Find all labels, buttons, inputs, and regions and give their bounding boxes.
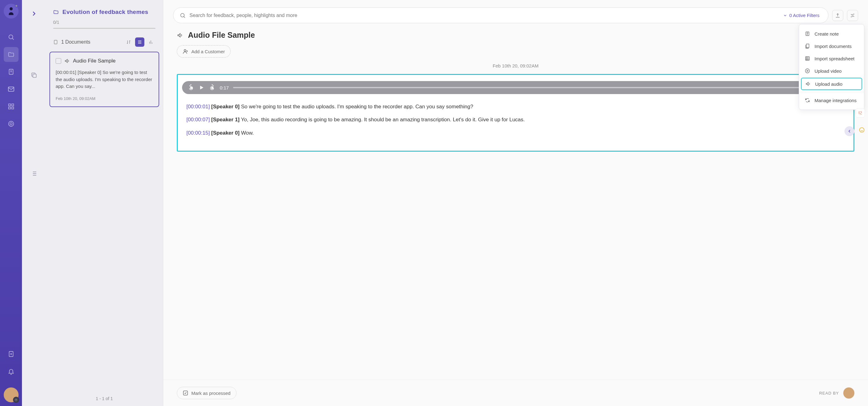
documents-icon	[53, 39, 58, 45]
svg-point-25	[860, 128, 864, 133]
doc-card-preview: [00:00:01] [Speaker 0] So we're going to…	[56, 69, 153, 90]
svg-point-0	[9, 35, 13, 39]
nav-inbox[interactable]	[4, 82, 19, 96]
doc-checkbox[interactable]	[56, 58, 61, 64]
document-sidebar: Evolution of feedback themes 0/1 1 Docum…	[46, 0, 163, 406]
folder-icon	[53, 9, 59, 15]
nav-apps[interactable]	[4, 99, 19, 114]
menu-item-docs[interactable]: Import documents	[799, 40, 864, 52]
sort-button[interactable]	[124, 37, 133, 47]
document-title: Audio File Sample	[188, 31, 255, 39]
list-icon[interactable]	[31, 170, 37, 177]
pagination-label: 1 - 1 of 1	[46, 391, 163, 406]
transcript-line[interactable]: [00:00:15] [Speaker 0] Wow.	[186, 129, 845, 137]
folder-progress	[53, 28, 155, 29]
play-button[interactable]	[199, 85, 204, 90]
nav-add-doc[interactable]	[4, 347, 19, 361]
documents-count-label: 1 Documents	[61, 39, 90, 45]
speaker-label: [Speaker 1]	[211, 117, 240, 122]
copy-icon[interactable]	[31, 72, 37, 79]
nav-document[interactable]	[4, 64, 19, 79]
transcript-text: Yo, Joe, this audio recording is going t…	[241, 117, 525, 122]
svg-point-10	[16, 400, 17, 400]
svg-rect-12	[54, 40, 57, 44]
nav-target[interactable]	[4, 116, 19, 131]
adjust-icon[interactable]	[856, 108, 865, 118]
sheet-icon	[805, 56, 810, 61]
reader-avatar[interactable]	[843, 387, 855, 399]
transcript-line[interactable]: [00:00:01] [Speaker 0] So we're going to…	[186, 103, 845, 111]
transcript-box: 15 15 0:17 -0:00 [	[177, 74, 855, 152]
speaker-label: [Speaker 0]	[211, 130, 240, 136]
sync-icon	[805, 97, 810, 103]
svg-rect-11	[33, 74, 36, 77]
search-input[interactable]	[189, 13, 777, 18]
menu-item-note[interactable]: Create note	[799, 28, 864, 40]
timestamp[interactable]: [00:00:01]	[186, 104, 210, 110]
left-nav-rail	[0, 0, 22, 406]
presence-dot	[15, 4, 18, 7]
read-by-label: READ BY	[819, 391, 839, 396]
svg-rect-6	[11, 107, 13, 109]
svg-point-13	[181, 13, 184, 17]
main-panel: 0 Active Filters Audio File Sample Ec Ad…	[163, 0, 868, 406]
svg-point-8	[10, 122, 12, 125]
expand-sidebar-icon[interactable]	[30, 10, 38, 17]
doc-card-date: Feb 10th 20, 09:02AM	[56, 96, 153, 101]
transcript-line[interactable]: [00:00:07] [Speaker 1] Yo, Joe, this aud…	[186, 116, 845, 124]
folder-count: 0/1	[53, 20, 155, 25]
menu-item-sheet[interactable]: Import spreadsheet	[799, 52, 864, 65]
menu-item-audio[interactable]: Upload audio	[801, 78, 862, 90]
add-customer-button[interactable]: Add a Customer	[177, 45, 230, 58]
user-avatar[interactable]	[4, 387, 19, 402]
svg-point-17	[184, 50, 186, 51]
upload-menu: Create noteImport documentsImport spread…	[799, 24, 864, 110]
seek-track[interactable]	[233, 87, 808, 88]
svg-rect-4	[11, 104, 13, 106]
timestamp[interactable]: [00:00:15]	[186, 130, 210, 136]
emoji-button[interactable]	[859, 127, 865, 133]
active-filters-pill[interactable]: 0 Active Filters	[780, 11, 822, 19]
doc-card-title: Audio File Sample	[73, 58, 116, 64]
video-icon	[805, 68, 810, 74]
audio-icon	[177, 32, 183, 38]
folder-title[interactable]: Evolution of feedback themes	[62, 9, 148, 16]
svg-rect-5	[8, 107, 10, 109]
note-icon	[805, 31, 810, 36]
menu-item-sync[interactable]: Manage integrations	[799, 94, 864, 107]
expand-column	[22, 0, 46, 406]
nav-search[interactable]	[4, 30, 19, 45]
transcript-text: So we're going to test the audio uploads…	[241, 104, 473, 110]
svg-text:15: 15	[211, 87, 214, 89]
document-card[interactable]: Audio File Sample [00:00:01] [Speaker 0]…	[50, 52, 159, 107]
svg-text:15: 15	[190, 87, 193, 89]
rewind-15-button[interactable]: 15	[188, 84, 194, 91]
docs-icon	[805, 43, 810, 49]
audio-player: 15 15 0:17 -0:00	[182, 81, 849, 94]
timestamp[interactable]: [00:00:07]	[186, 117, 210, 122]
chart-view-button[interactable]	[146, 37, 155, 47]
back-button[interactable]	[844, 126, 855, 136]
transcript-body: [00:00:01] [Speaker 0] So we're going to…	[178, 103, 854, 151]
mark-processed-button[interactable]: Mark as processed	[177, 387, 237, 399]
check-icon	[183, 390, 188, 396]
nav-notifications[interactable]	[4, 364, 19, 379]
app-logo[interactable]	[4, 4, 19, 19]
search-icon	[180, 12, 186, 19]
upload-button[interactable]	[832, 10, 843, 21]
forward-15-button[interactable]: 15	[209, 84, 215, 91]
menu-item-video[interactable]: Upload video	[799, 65, 864, 77]
svg-rect-23	[806, 57, 809, 60]
svg-rect-22	[806, 44, 809, 48]
audio-icon	[64, 58, 70, 64]
chevron-down-icon	[783, 13, 787, 18]
search-box[interactable]: 0 Active Filters	[173, 7, 829, 23]
document-timestamp: Feb 10th 20, 09:02AM	[177, 63, 855, 68]
nav-folder[interactable]	[4, 47, 19, 62]
current-time: 0:17	[220, 85, 229, 90]
audio-icon	[805, 81, 811, 87]
settings-button[interactable]	[847, 10, 858, 21]
settings-gear-icon[interactable]	[13, 397, 19, 403]
list-view-button[interactable]	[135, 37, 144, 47]
add-user-icon	[183, 49, 188, 54]
